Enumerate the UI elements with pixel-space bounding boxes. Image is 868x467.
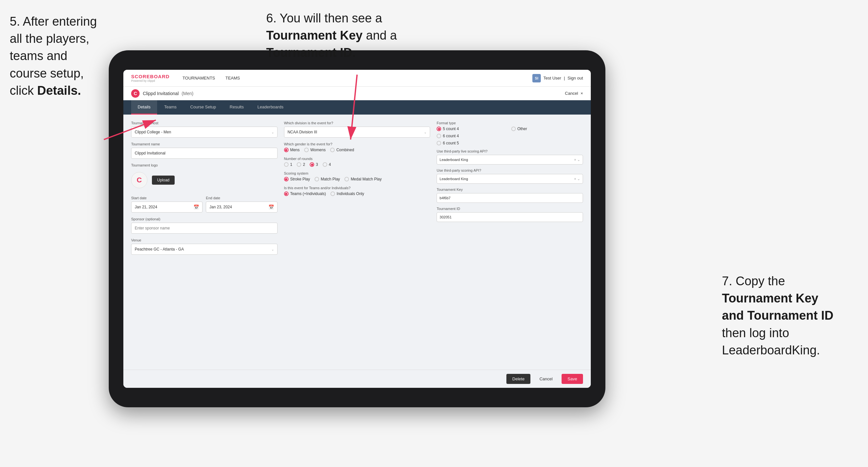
third-party-2-input[interactable]: Leaderboard King × ⌄	[437, 174, 583, 184]
scoring-stroke[interactable]: Stroke Play	[284, 177, 310, 181]
tournament-name-label: Tournament name	[131, 142, 278, 146]
venue-label: Venue	[131, 238, 278, 242]
nav-tournaments[interactable]: TOURNAMENTS	[182, 75, 215, 81]
gender-mens[interactable]: Mens	[284, 148, 300, 152]
gender-mens-radio[interactable]	[284, 148, 288, 152]
calendar-icon-start: 📅	[193, 205, 199, 210]
teams-label: Is this event for Teams and/or Individua…	[284, 186, 430, 190]
format-5count4-radio[interactable]	[437, 127, 441, 131]
tab-results[interactable]: Results	[223, 100, 250, 115]
scoring-stroke-radio[interactable]	[284, 177, 288, 181]
format-other[interactable]: Other	[511, 127, 583, 131]
scoring-match[interactable]: Match Play	[314, 177, 340, 181]
tab-details[interactable]: Details	[131, 100, 157, 115]
gender-radio-group: Mens Womens Combined	[284, 148, 430, 152]
tag-clear-1[interactable]: × ⌄	[574, 158, 580, 162]
round-1[interactable]: 1	[284, 162, 292, 167]
main-content: Tournament Host Clippd College - Men ⌄ T…	[123, 115, 591, 370]
teams-group: Is this event for Teams and/or Individua…	[284, 186, 430, 196]
division-group: Which division is the event for? NCAA Di…	[284, 121, 430, 137]
round-3[interactable]: 3	[310, 162, 318, 167]
format-6count4-radio[interactable]	[437, 134, 441, 138]
format-6count4[interactable]: 6 count 4	[437, 134, 508, 138]
start-date-input[interactable]: Jan 21, 2024 📅	[131, 201, 203, 213]
sponsor-label: Sponsor (optional)	[131, 217, 278, 221]
format-5count4[interactable]: 5 count 4	[437, 127, 508, 131]
tournament-name-input[interactable]: Clippd Invitational	[131, 148, 278, 159]
gender-womens-radio[interactable]	[304, 148, 309, 152]
cancel-button[interactable]: Cancel	[534, 374, 558, 384]
tournament-logo-label: Tournament logo	[131, 163, 278, 167]
dropdown-arrow-venue: ⌄	[271, 248, 274, 251]
scoring-radio-group: Stroke Play Match Play Medal Match Play	[284, 177, 430, 181]
venue-group: Venue Peachtree GC - Atlanta - GA ⌄	[131, 238, 278, 255]
cancel-link[interactable]: Cancel ×	[565, 91, 583, 96]
tab-course-setup[interactable]: Course Setup	[184, 100, 223, 115]
tournament-name-group: Tournament name Clippd Invitational	[131, 142, 278, 159]
delete-button[interactable]: Delete	[506, 374, 530, 384]
teams-radio[interactable]	[284, 191, 288, 196]
gender-combined-radio[interactable]	[330, 148, 335, 152]
gender-group: Which gender is the event for? Mens Wome…	[284, 142, 430, 152]
tablet-frame: SCOREBOARD Powered by clippd TOURNAMENTS…	[109, 50, 606, 407]
individuals-only[interactable]: Individuals Only	[331, 191, 364, 196]
breadcrumb-logo: C	[131, 89, 140, 98]
format-col-left: 5 count 4 6 count 4 6 count 5	[437, 127, 508, 145]
format-group: Format type 5 count 4 6 count 4	[437, 121, 583, 145]
tab-teams[interactable]: Teams	[158, 100, 183, 115]
format-other-radio[interactable]	[511, 127, 516, 131]
rounds-radio-group: 1 2 3 4	[284, 162, 430, 167]
venue-input[interactable]: Peachtree GC - Atlanta - GA ⌄	[131, 244, 278, 255]
app-logo: SCOREBOARD	[131, 74, 169, 79]
nav-right: SI Test User | Sign out	[532, 74, 583, 83]
round-1-radio[interactable]	[284, 162, 288, 167]
format-label: Format type	[437, 121, 583, 125]
annotation-top-right: 6. You will then see aTournament Key and…	[266, 10, 448, 62]
dropdown-arrow-host: ⌄	[271, 130, 274, 134]
round-4[interactable]: 4	[323, 162, 331, 167]
round-2[interactable]: 2	[297, 162, 305, 167]
round-4-radio[interactable]	[323, 162, 327, 167]
tag-clear-2[interactable]: × ⌄	[574, 177, 580, 181]
sign-out-link[interactable]: Sign out	[567, 75, 583, 81]
annotation-bottom-right: 7. Copy theTournament Keyand Tournament …	[722, 273, 858, 359]
division-label: Which division is the event for?	[284, 121, 430, 125]
tournament-logo-group: Tournament logo C Upload	[131, 163, 278, 191]
format-6count5[interactable]: 6 count 5	[437, 141, 508, 145]
end-date-input[interactable]: Jan 23, 2024 📅	[206, 201, 277, 213]
scoring-medal-radio[interactable]	[344, 177, 349, 181]
gender-womens[interactable]: Womens	[304, 148, 326, 152]
third-party-1-input[interactable]: Leaderboard King × ⌄	[437, 155, 583, 164]
round-2-radio[interactable]	[297, 162, 301, 167]
tournament-id-label: Tournament ID	[437, 207, 583, 211]
breadcrumb-bar: C Clippd Invitational (Men) Cancel ×	[123, 87, 591, 100]
save-button[interactable]: Save	[562, 374, 583, 384]
teams-plus-individuals[interactable]: Teams (+Individuals)	[284, 191, 326, 196]
third-party-1-label: Use third-party live scoring API?	[437, 149, 583, 153]
upload-button[interactable]: Upload	[152, 176, 175, 185]
sponsor-input[interactable]	[131, 223, 278, 234]
calendar-icon-end: 📅	[269, 205, 274, 210]
left-form-section: Tournament Host Clippd College - Men ⌄ T…	[131, 121, 278, 363]
scoring-match-radio[interactable]	[314, 177, 319, 181]
division-input[interactable]: NCAA Division III ⌄	[284, 127, 430, 137]
dropdown-arrow-division: ⌄	[424, 130, 427, 134]
format-6count5-radio[interactable]	[437, 141, 441, 145]
teams-radio-group: Teams (+Individuals) Individuals Only	[284, 191, 430, 196]
gender-combined[interactable]: Combined	[330, 148, 354, 152]
tournament-host-input[interactable]: Clippd College - Men ⌄	[131, 127, 278, 137]
end-date-group: End date Jan 23, 2024 📅	[206, 196, 277, 213]
round-3-radio[interactable]	[310, 162, 314, 167]
date-row: Start date Jan 21, 2024 📅 End date Jan 2…	[131, 196, 278, 213]
individuals-radio[interactable]	[331, 191, 335, 196]
scoring-label: Scoring system	[284, 172, 430, 175]
tablet-screen: SCOREBOARD Powered by clippd TOURNAMENTS…	[123, 70, 591, 388]
scoring-medal-match[interactable]: Medal Match Play	[344, 177, 381, 181]
logo-subtitle: Powered by clippd	[131, 79, 169, 83]
logo-area: SCOREBOARD Powered by clippd	[131, 74, 169, 83]
tournament-id-value: 302051	[437, 212, 583, 222]
tab-leaderboards[interactable]: Leaderboards	[251, 100, 290, 115]
third-party-1-group: Use third-party live scoring API? Leader…	[437, 149, 583, 164]
gender-label: Which gender is the event for?	[284, 142, 430, 146]
nav-teams[interactable]: TEAMS	[226, 75, 240, 81]
